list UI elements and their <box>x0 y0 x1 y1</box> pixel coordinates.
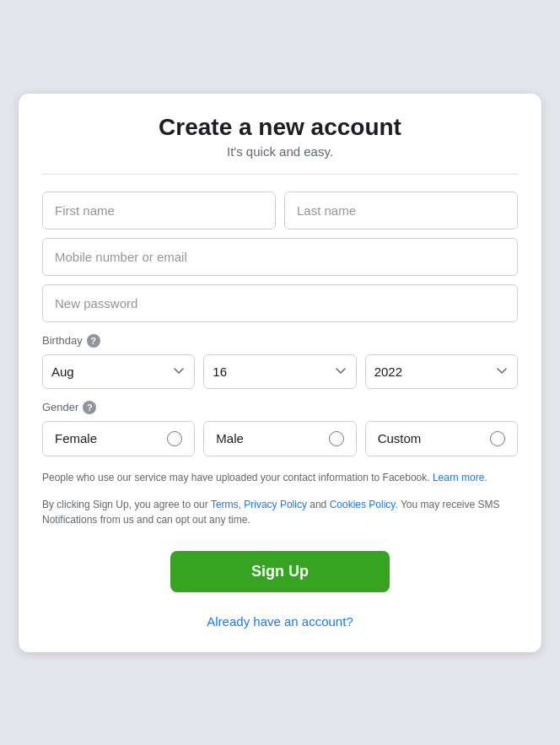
year-select[interactable]: 2022 202120202019 201820172016 201520102… <box>365 354 518 389</box>
login-link[interactable]: Already have an account? <box>42 614 518 629</box>
day-select[interactable]: 1234 5678 9101112 13141516 17181920 2122… <box>203 354 356 389</box>
birthday-section: Birthday ? Jan Feb Mar Apr May Jun Jul A… <box>42 334 518 389</box>
signup-card: Create a new account It's quick and easy… <box>19 94 541 652</box>
signup-form: Birthday ? Jan Feb Mar Apr May Jun Jul A… <box>42 192 518 629</box>
first-name-input[interactable] <box>42 192 276 229</box>
last-name-input[interactable] <box>284 192 518 229</box>
card-header: Create a new account It's quick and easy… <box>42 114 518 175</box>
gender-female-radio[interactable] <box>167 431 182 446</box>
gender-help-icon[interactable]: ? <box>83 401 96 414</box>
gender-custom-radio[interactable] <box>490 431 505 446</box>
gender-male-label: Male <box>216 431 244 445</box>
birthday-help-icon[interactable]: ? <box>87 334 100 348</box>
signup-button[interactable]: Sign Up <box>170 551 390 592</box>
email-input[interactable] <box>42 238 518 276</box>
gender-custom-option[interactable]: Custom <box>365 421 518 456</box>
gender-female-label: Female <box>55 431 97 445</box>
learn-more-link[interactable]: Learn more <box>433 472 484 483</box>
gender-label: Gender ? <box>42 401 518 414</box>
contact-notice: People who use our service may have uplo… <box>42 470 518 485</box>
terms-link[interactable]: Terms <box>211 499 239 510</box>
birthday-selects: Jan Feb Mar Apr May Jun Jul Aug Sep Oct … <box>42 354 518 389</box>
page-title: Create a new account <box>42 114 518 141</box>
terms-notice: By clicking Sign Up, you agree to our Te… <box>42 497 518 527</box>
name-row <box>42 192 518 229</box>
gender-section: Gender ? Female Male Custom <box>42 401 518 456</box>
birthday-label: Birthday ? <box>42 334 518 348</box>
gender-female-option[interactable]: Female <box>42 421 195 456</box>
gender-custom-label: Custom <box>378 431 422 445</box>
month-select[interactable]: Jan Feb Mar Apr May Jun Jul Aug Sep Oct … <box>42 354 195 389</box>
gender-options: Female Male Custom <box>42 421 518 456</box>
password-input[interactable] <box>42 284 518 322</box>
gender-male-option[interactable]: Male <box>203 421 356 456</box>
privacy-link[interactable]: Privacy Policy <box>244 499 307 510</box>
cookies-link[interactable]: Cookies Policy <box>330 499 396 510</box>
gender-male-radio[interactable] <box>329 431 344 446</box>
page-subtitle: It's quick and easy. <box>42 144 518 159</box>
